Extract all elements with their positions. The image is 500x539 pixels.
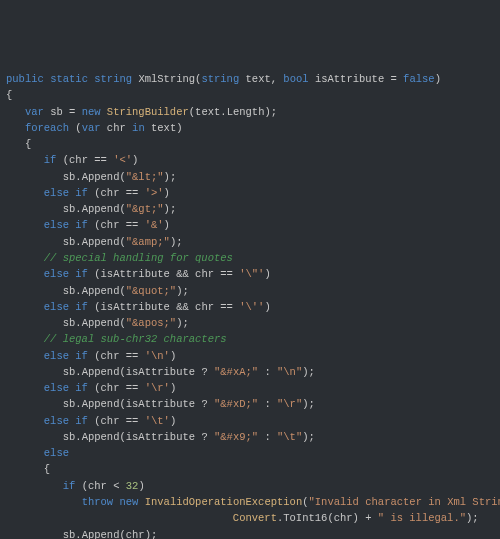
code-line: if (chr < 32) [6, 478, 500, 494]
code-line: sb.Append("&apos;"); [6, 315, 500, 331]
code-line: else if (chr == '\n') [6, 348, 500, 364]
code-line: else if (chr == '\t') [6, 413, 500, 429]
code-block: public static string XmlString(string te… [6, 71, 500, 539]
code-line: else if (isAttribute && chr == '\"') [6, 266, 500, 282]
code-line: if (chr == '<') [6, 152, 500, 168]
code-line: public static string XmlString(string te… [6, 71, 500, 87]
code-line: sb.Append("&lt;"); [6, 169, 500, 185]
code-line: else if (chr == '&') [6, 217, 500, 233]
code-line: foreach (var chr in text) [6, 120, 500, 136]
code-line: // special handling for quotes [6, 250, 500, 266]
code-line: sb.Append(isAttribute ? "&#x9;" : "\t"); [6, 429, 500, 445]
code-line: throw new InvalidOperationException("Inv… [6, 494, 500, 510]
code-line: // legal sub-chr32 characters [6, 331, 500, 347]
code-line: { [6, 136, 500, 152]
code-line: sb.Append("&gt;"); [6, 201, 500, 217]
code-line: else if (isAttribute && chr == '\'') [6, 299, 500, 315]
code-line: else [6, 445, 500, 461]
code-line: sb.Append("&quot;"); [6, 283, 500, 299]
code-line: sb.Append(isAttribute ? "&#xD;" : "\r"); [6, 396, 500, 412]
code-line: { [6, 87, 500, 103]
code-line: var sb = new StringBuilder(text.Length); [6, 104, 500, 120]
code-line: else if (chr == '>') [6, 185, 500, 201]
code-line: Convert.ToInt16(chr) + " is illegal."); [6, 510, 500, 526]
code-line: else if (chr == '\r') [6, 380, 500, 396]
code-line: sb.Append(isAttribute ? "&#xA;" : "\n"); [6, 364, 500, 380]
code-line: sb.Append(chr); [6, 527, 500, 540]
code-line: sb.Append("&amp;"); [6, 234, 500, 250]
code-line: { [6, 461, 500, 477]
